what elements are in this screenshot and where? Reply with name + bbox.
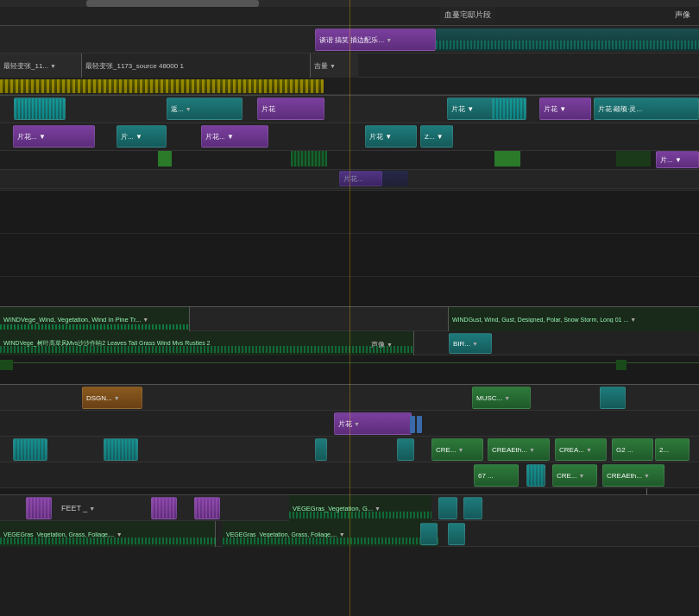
blood-mansion-label: 血蔓宅邸片段	[440, 7, 495, 23]
clip-teal-vege1[interactable]	[420, 523, 438, 545]
clip-purple-feet1[interactable]	[26, 497, 52, 519]
thin-row	[0, 355, 699, 373]
clip-cre-eth2[interactable]: CREAEth... ▼	[602, 464, 664, 487]
vege-row-1: VEGEGras_Vegetation, Grass, Foliage,... …	[0, 521, 699, 547]
wind-tracks-section: WINDVege_Wind, Vegetation, Wind In Pine …	[0, 306, 699, 384]
clip-pian5[interactable]: 片花... ▼	[13, 125, 95, 148]
small-marker2	[616, 360, 627, 370]
wind-vege-row: WINDVege_Wind, Vegetation, Wind In Pine …	[0, 307, 699, 331]
video-row-2: 片花... ▼ 片... ▼ 片花... ▼ 片花 ▼ Z... ▼	[0, 123, 699, 151]
clip-2[interactable]: 2...	[655, 438, 690, 461]
clip-cre1[interactable]: CRE... ▼	[431, 438, 483, 461]
empty-section	[0, 190, 699, 311]
waveform-bar-row	[0, 78, 699, 95]
clip-waveform-right	[436, 28, 699, 51]
clip-teal-vege2[interactable]	[448, 523, 465, 545]
clip-pian-bot[interactable]: 片花 ▼	[334, 412, 412, 435]
clip-teal-left1[interactable]	[13, 438, 47, 461]
clip-pi1[interactable]: 片... ▼	[116, 125, 167, 148]
clip-cre-eth1[interactable]: CREAEth... ▼	[488, 438, 550, 461]
video-row-4: 片花...	[0, 170, 699, 189]
cre-row-2: 67 ... CRE... ▼ CREAEth... ▼	[0, 462, 699, 488]
video-clips-section: 返... ▼ 片花 片花 ▼ 片花 ▼	[0, 95, 699, 190]
feet-label: FEET _ ▼	[61, 495, 95, 521]
timeline: 血蔓宅邸片段 声像 谈谐 搞笑 插边配乐... ▼ 最轻变张_11... ▼ 最…	[0, 0, 699, 616]
clip-teal-small2[interactable]	[492, 97, 526, 120]
video-row-1: 返... ▼ 片花 片花 ▼ 片花 ▼	[0, 96, 699, 123]
clip-dsgn[interactable]: DSGN... ▼	[82, 387, 142, 409]
waveform-pattern	[436, 41, 699, 49]
clip-g2[interactable]: G2 ...	[612, 438, 653, 461]
clip-teal-feet1[interactable]	[438, 497, 457, 519]
clip-musc[interactable]: MUSC... ▼	[472, 387, 531, 409]
clip-pian3[interactable]: 片花 ▼	[539, 97, 591, 120]
clip-teal-right1[interactable]	[526, 464, 545, 487]
clip-pian4[interactable]: 片花·颛顼·灵...	[594, 97, 699, 120]
clip-teal-feet2[interactable]	[463, 497, 482, 519]
video-row-3: 片... ▼	[0, 151, 699, 170]
marker3	[494, 151, 520, 167]
video-track-row-1: 谈谐 搞笑 插边配乐... ▼	[0, 26, 699, 53]
clip-teal-small1[interactable]	[14, 97, 66, 120]
scrollbar-track[interactable]	[0, 0, 699, 7]
clip-67[interactable]: 67 ...	[474, 464, 519, 487]
track-label-source: 最轻变张_1173_source 48000 1	[82, 53, 311, 78]
scrollbar-thumb[interactable]	[86, 0, 259, 7]
clip-pi2[interactable]: 片... ▼	[656, 151, 699, 168]
marker2	[291, 151, 327, 167]
feet-row: FEET _ ▼ VEGEGras_Vegetation, G... ▼	[0, 495, 699, 521]
main-audio-track-row: 最轻变张_11... ▼ 最轻变张_1173_source 48000 1 吉量…	[0, 53, 699, 78]
clip-teal-small3[interactable]	[315, 438, 327, 461]
top-header-row: 血蔓宅邸片段 声像	[0, 0, 699, 26]
clip-pian6[interactable]: 片花... ▼	[201, 125, 268, 148]
clip-fan[interactable]: 返... ▼	[167, 97, 242, 120]
clip-blue-overlay	[339, 171, 408, 186]
marker4	[616, 151, 651, 167]
clip-right1[interactable]	[600, 387, 626, 409]
marker1	[158, 151, 172, 167]
small-marker	[0, 360, 13, 370]
wind-vege-clip	[0, 307, 190, 331]
clip-purple-feet3[interactable]	[194, 497, 220, 519]
bot-sep	[0, 488, 699, 495]
wind-gust-label: WINDGust, Wind, Gust, Designed, Polar, S…	[448, 307, 699, 331]
clip-crea1[interactable]: CREA... ▼	[555, 438, 607, 461]
clip-z1[interactable]: Z... ▼	[420, 125, 453, 148]
clip-teal-small4[interactable]	[397, 438, 414, 461]
clip-cre2[interactable]: CRE... ▼	[552, 464, 597, 487]
wind-grass-row: WINDVege_树叶高草风Mvs沙沙作响2 Leaves Tall Grass…	[0, 331, 699, 355]
track-label-lightest: 最轻变张_11... ▼	[0, 53, 82, 78]
yellow-waveform-bar	[0, 79, 324, 93]
dsgn-musc-row: DSGN... ▼ MUSC... ▼	[0, 385, 699, 411]
sound-image-label: 声像	[671, 7, 695, 23]
bottom-section: DSGN... ▼ MUSC... ▼ 片花 ▼	[0, 384, 699, 616]
clip-purple-feet2[interactable]	[151, 497, 177, 519]
clip-pian7[interactable]: 片花 ▼	[365, 125, 417, 148]
track-label-ji: 吉量 ▼	[311, 53, 358, 78]
clip-bir[interactable]: BIR... ▼	[449, 333, 492, 354]
clip-teal-left2[interactable]	[104, 438, 138, 461]
pian-hua-bot-row: 片花 ▼	[0, 411, 699, 437]
clip-tanxie[interactable]: 谈谐 搞笑 插边配乐... ▼	[315, 28, 436, 51]
cre-row-1: CRE... ▼ CREAEth... ▼ CREA... ▼ G2 ... 2…	[0, 437, 699, 462]
clip-pian1[interactable]: 片花	[257, 97, 324, 120]
